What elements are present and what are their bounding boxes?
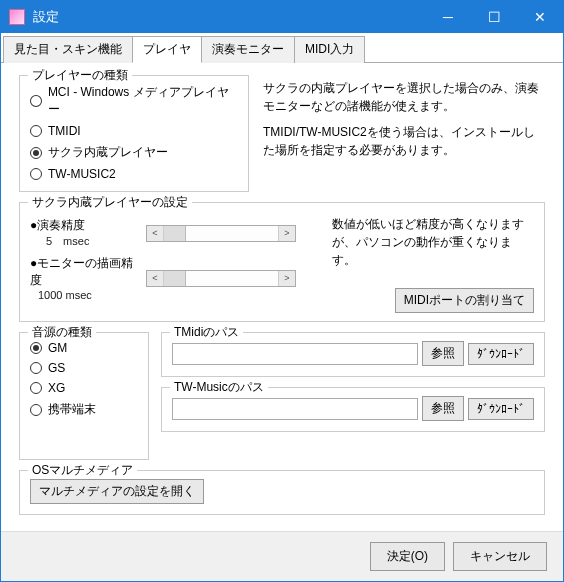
tmidi-legend: TMidiのパス <box>170 324 243 341</box>
radio-icon <box>30 342 42 354</box>
window-title: 設定 <box>33 8 425 26</box>
precision-slider[interactable]: < > <box>146 225 296 242</box>
slider-left-icon[interactable]: < <box>147 226 164 241</box>
slider-track[interactable] <box>164 226 278 241</box>
precision-label: ●演奏精度 <box>30 217 138 234</box>
radio-icon <box>30 362 42 374</box>
radio-label: GS <box>48 361 65 375</box>
ok-button[interactable]: 決定(O) <box>370 542 445 571</box>
radio-icon <box>30 95 42 107</box>
os-multimedia-group: OSマルチメディア マルチメディアの設定を開く <box>19 470 545 515</box>
midi-port-button[interactable]: MIDIポートの割り当て <box>395 288 534 313</box>
radio-icon <box>30 147 42 159</box>
radio-icon <box>30 125 42 137</box>
info-line-2: TMIDI/TW-MUSIC2を使う場合は、インストールした場所を指定する必要が… <box>263 123 545 159</box>
close-button[interactable]: ✕ <box>517 1 563 33</box>
radio-label: XG <box>48 381 65 395</box>
slider-thumb[interactable] <box>164 271 186 286</box>
open-multimedia-button[interactable]: マルチメディアの設定を開く <box>30 479 204 504</box>
radio-icon <box>30 404 42 416</box>
radio-label: サクラ内蔵プレイヤー <box>48 144 168 161</box>
app-icon <box>9 9 25 25</box>
radio-icon <box>30 168 42 180</box>
tab-bar: 見た目・スキン機能 プレイヤ 演奏モニター MIDI入力 <box>1 33 563 63</box>
monitor-precision-value: 1000 msec <box>30 289 138 301</box>
radio-sakura[interactable]: サクラ内蔵プレイヤー <box>30 144 238 161</box>
os-multimedia-legend: OSマルチメディア <box>28 462 137 479</box>
settings-window: 設定 ─ ☐ ✕ 見た目・スキン機能 プレイヤ 演奏モニター MIDI入力 プレ… <box>0 0 564 582</box>
radio-icon <box>30 382 42 394</box>
playback-settings-group: サクラ内蔵プレイヤーの設定 ●演奏精度 5 msec < > <box>19 202 545 322</box>
playback-legend: サクラ内蔵プレイヤーの設定 <box>28 194 192 211</box>
window-controls: ─ ☐ ✕ <box>425 1 563 33</box>
maximize-button[interactable]: ☐ <box>471 1 517 33</box>
radio-label: TMIDI <box>48 124 81 138</box>
radio-twmusic[interactable]: TW-MUSIC2 <box>30 167 238 181</box>
radio-gm[interactable]: GM <box>30 341 138 355</box>
source-legend: 音源の種類 <box>28 324 96 341</box>
tab-appearance[interactable]: 見た目・スキン機能 <box>3 36 133 63</box>
player-type-group: プレイヤーの種類 MCI - Windows メディアプレイヤー TMIDI サ… <box>19 75 249 192</box>
slider-thumb[interactable] <box>164 226 186 241</box>
tab-player[interactable]: プレイヤ <box>132 36 202 63</box>
monitor-slider[interactable]: < > <box>146 270 296 287</box>
tmidi-path-group: TMidiのパス 参照 ﾀﾞｳﾝﾛｰﾄﾞ <box>161 332 545 377</box>
titlebar: 設定 ─ ☐ ✕ <box>1 1 563 33</box>
monitor-precision-label: ●モニターの描画精度 <box>30 255 138 289</box>
radio-tmidi[interactable]: TMIDI <box>30 124 238 138</box>
tmidi-download-button[interactable]: ﾀﾞｳﾝﾛｰﾄﾞ <box>468 343 534 365</box>
tab-midi-input[interactable]: MIDI入力 <box>294 36 365 63</box>
radio-gs[interactable]: GS <box>30 361 138 375</box>
radio-mobile[interactable]: 携帯端末 <box>30 401 138 418</box>
precision-value: 5 msec <box>30 234 138 249</box>
slider-right-icon[interactable]: > <box>278 271 295 286</box>
radio-label: 携帯端末 <box>48 401 96 418</box>
slider-right-icon[interactable]: > <box>278 226 295 241</box>
tab-monitor[interactable]: 演奏モニター <box>201 36 295 63</box>
tmidi-path-input[interactable] <box>172 343 418 365</box>
source-type-group: 音源の種類 GM GS XG 携帯端末 <box>19 332 149 460</box>
radio-label: MCI - Windows メディアプレイヤー <box>48 84 238 118</box>
minimize-button[interactable]: ─ <box>425 1 471 33</box>
slider-left-icon[interactable]: < <box>147 271 164 286</box>
radio-mci[interactable]: MCI - Windows メディアプレイヤー <box>30 84 238 118</box>
info-line-1: サクラの内蔵プレイヤーを選択した場合のみ、演奏モニターなどの諸機能が使えます。 <box>263 79 545 115</box>
radio-label: TW-MUSIC2 <box>48 167 116 181</box>
cancel-button[interactable]: キャンセル <box>453 542 547 571</box>
player-type-legend: プレイヤーの種類 <box>28 67 132 84</box>
slider-track[interactable] <box>164 271 278 286</box>
tmidi-browse-button[interactable]: 参照 <box>422 341 464 366</box>
tab-content: プレイヤーの種類 MCI - Windows メディアプレイヤー TMIDI サ… <box>1 63 563 531</box>
twmusic-path-group: TW-Musicのパス 参照 ﾀﾞｳﾝﾛｰﾄﾞ <box>161 387 545 432</box>
player-info-text: サクラの内蔵プレイヤーを選択した場合のみ、演奏モニターなどの諸機能が使えます。 … <box>263 75 545 192</box>
radio-label: GM <box>48 341 67 355</box>
twmusic-legend: TW-Musicのパス <box>170 379 268 396</box>
twmusic-path-input[interactable] <box>172 398 418 420</box>
twmusic-browse-button[interactable]: 参照 <box>422 396 464 421</box>
dialog-footer: 決定(O) キャンセル <box>1 531 563 581</box>
radio-xg[interactable]: XG <box>30 381 138 395</box>
twmusic-download-button[interactable]: ﾀﾞｳﾝﾛｰﾄﾞ <box>468 398 534 420</box>
